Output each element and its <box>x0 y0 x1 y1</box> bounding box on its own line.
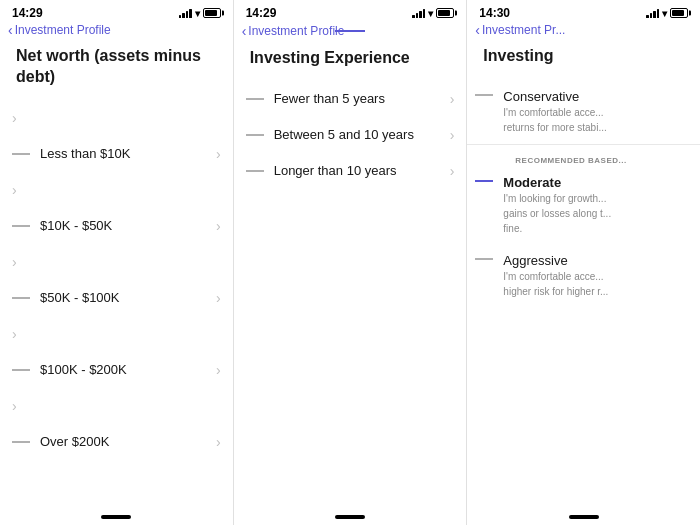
left-chevron-icon: › <box>12 110 24 126</box>
signal-icon-1 <box>179 8 192 18</box>
status-icons-3: ▾ <box>646 8 688 19</box>
item-content: Aggressive I'm comfortable acce... highe… <box>503 253 608 298</box>
wifi-icon-3: ▾ <box>662 8 667 19</box>
section-heading-1: Net worth (assets minus debt) <box>0 34 233 96</box>
list-item: › <box>0 244 233 280</box>
item-label: Over $200K <box>40 434 212 449</box>
item-dash <box>246 98 264 100</box>
right-chevron-icon: › <box>450 91 455 107</box>
item-sublabel-conservative: I'm comfortable acce... <box>503 106 606 119</box>
status-time-2: 14:29 <box>246 6 277 20</box>
item-sublabel-aggressive-2: higher risk for higher r... <box>503 285 608 298</box>
status-icons-1: ▾ <box>179 8 221 19</box>
battery-icon-1 <box>203 8 221 18</box>
list-item-aggressive[interactable]: Aggressive I'm comfortable acce... highe… <box>467 243 700 308</box>
item-label-conservative: Conservative <box>503 89 606 104</box>
item-content: Conservative I'm comfortable acce... ret… <box>503 89 606 134</box>
recommended-label: RECOMMENDED BASED... <box>475 154 626 165</box>
nav-back-2[interactable]: ‹ Investment Profile <box>242 23 345 39</box>
item-dash <box>12 369 30 371</box>
recommended-separator: RECOMMENDED BASED... <box>467 144 700 167</box>
nav-back-label-3: Investment Pr... <box>482 23 565 37</box>
list-item[interactable]: Between 5 and 10 years › <box>234 117 467 153</box>
list-item-moderate[interactable]: Moderate I'm looking for growth... gains… <box>467 167 700 243</box>
list-item: › <box>0 316 233 352</box>
right-chevron-icon: › <box>216 362 221 378</box>
item-sublabel-aggressive: I'm comfortable acce... <box>503 270 608 283</box>
right-chevron-icon: › <box>216 146 221 162</box>
screen-net-worth: 14:29 ▾ ‹ Investment Profile Net wor <box>0 0 234 525</box>
list-item: › <box>0 388 233 424</box>
item-sublabel-moderate-2: gains or losses along t... <box>503 207 611 220</box>
list-item: › <box>0 100 233 136</box>
home-indicator-1 <box>101 515 131 519</box>
list-container-1: › Less than $10K › › $10K - $50K › › $50… <box>0 96 233 511</box>
item-dash <box>12 297 30 299</box>
item-dash <box>12 153 30 155</box>
left-chevron-icon: › <box>12 182 24 198</box>
list-item[interactable]: Over $200K › <box>0 424 233 460</box>
list-container-3: Conservative I'm comfortable acce... ret… <box>467 75 700 511</box>
right-chevron-icon: › <box>216 290 221 306</box>
battery-icon-3 <box>670 8 688 18</box>
status-bar-1: 14:29 ▾ <box>0 0 233 24</box>
screen-investing-experience: 14:29 ▾ ‹ Investment Profile <box>234 0 468 525</box>
item-dash <box>475 94 493 96</box>
item-dash <box>246 170 264 172</box>
item-label: Less than $10K <box>40 146 212 161</box>
list-item[interactable]: Longer than 10 years › <box>234 153 467 189</box>
signal-icon-3 <box>646 8 659 18</box>
home-indicator-2 <box>335 515 365 519</box>
item-dash <box>246 134 264 136</box>
list-item: › <box>0 172 233 208</box>
list-item[interactable]: Less than $10K › <box>0 136 233 172</box>
right-chevron-icon: › <box>216 434 221 450</box>
item-label: Longer than 10 years <box>274 163 446 178</box>
status-time-1: 14:29 <box>12 6 43 20</box>
nav-back-label-1: Investment Profile <box>15 23 111 37</box>
chevron-left-icon-1: ‹ <box>8 22 13 38</box>
nav-back-1[interactable]: ‹ Investment Profile <box>8 22 111 38</box>
item-label-moderate: Moderate <box>503 175 611 190</box>
section-heading-2: Investing Experience <box>234 36 467 77</box>
home-indicator-3 <box>569 515 599 519</box>
item-dash <box>475 258 493 260</box>
item-content: Moderate I'm looking for growth... gains… <box>503 175 611 235</box>
right-chevron-icon: › <box>450 163 455 179</box>
item-label: Between 5 and 10 years <box>274 127 446 142</box>
item-dash-recommended <box>475 180 493 182</box>
left-chevron-icon: › <box>12 254 24 270</box>
item-label: Fewer than 5 years <box>274 91 446 106</box>
wifi-icon-1: ▾ <box>195 8 200 19</box>
chevron-left-icon-3: ‹ <box>475 22 480 38</box>
item-sublabel-moderate-3: fine. <box>503 222 611 235</box>
left-chevron-icon: › <box>12 326 24 342</box>
status-time-3: 14:30 <box>479 6 510 20</box>
item-label: $50K - $100K <box>40 290 212 305</box>
status-icons-2: ▾ <box>412 8 454 19</box>
chevron-left-icon-2: ‹ <box>242 23 247 39</box>
list-item[interactable]: $100K - $200K › <box>0 352 233 388</box>
signal-icon-2 <box>412 8 425 18</box>
item-label-aggressive: Aggressive <box>503 253 608 268</box>
section-heading-3: Investing <box>467 34 700 75</box>
list-item[interactable]: Fewer than 5 years › <box>234 81 467 117</box>
right-chevron-icon: › <box>450 127 455 143</box>
left-chevron-icon: › <box>12 398 24 414</box>
wifi-icon-2: ▾ <box>428 8 433 19</box>
nav-bar-3: ‹ Investment Pr... <box>467 24 700 34</box>
list-item[interactable]: $50K - $100K › <box>0 280 233 316</box>
status-bar-2: 14:29 ▾ <box>234 0 467 24</box>
list-item[interactable]: $10K - $50K › <box>0 208 233 244</box>
list-item-conservative[interactable]: Conservative I'm comfortable acce... ret… <box>467 79 700 144</box>
item-sublabel-conservative-2: returns for more stabi... <box>503 121 606 134</box>
item-label: $100K - $200K <box>40 362 212 377</box>
item-dash <box>12 225 30 227</box>
item-sublabel-moderate: I'm looking for growth... <box>503 192 611 205</box>
item-label: $10K - $50K <box>40 218 212 233</box>
status-bar-3: 14:30 ▾ <box>467 0 700 24</box>
nav-bar-1: ‹ Investment Profile <box>0 24 233 34</box>
list-container-2: Fewer than 5 years › Between 5 and 10 ye… <box>234 77 467 511</box>
item-dash <box>12 441 30 443</box>
nav-back-3[interactable]: ‹ Investment Pr... <box>475 22 565 38</box>
